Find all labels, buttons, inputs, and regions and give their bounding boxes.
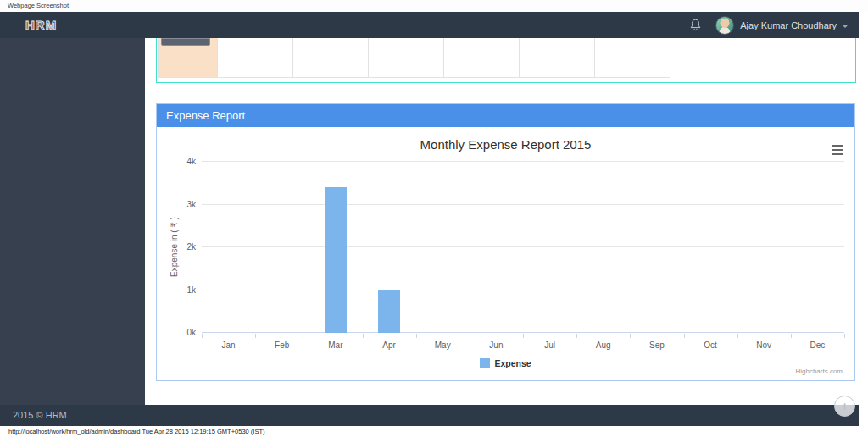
chart-context-menu-icon[interactable] bbox=[832, 145, 843, 158]
user-avatar[interactable] bbox=[715, 16, 734, 35]
calendar-widget-partial bbox=[156, 38, 856, 83]
x-axis-category-label: Nov bbox=[737, 340, 791, 350]
x-axis-category-label: Dec bbox=[791, 340, 844, 350]
navbar: HRM Ajay Kumar Choudhary bbox=[0, 12, 859, 38]
x-axis-tick bbox=[416, 334, 417, 338]
chart-legend[interactable]: Expense bbox=[157, 358, 854, 368]
user-name[interactable]: Ajay Kumar Choudhary bbox=[740, 20, 837, 30]
x-axis-tick bbox=[523, 334, 524, 338]
x-axis-tick bbox=[844, 334, 845, 338]
screen: Webpage Screenshot HRM Ajay Kumar Choudh… bbox=[0, 0, 868, 437]
chart-panel-body: Monthly Expense Report 20150k1k2k3k4kJan… bbox=[157, 127, 854, 380]
x-axis-category-label: Sep bbox=[630, 340, 683, 350]
chart-bar-apr[interactable] bbox=[378, 290, 400, 334]
chevron-down-icon[interactable] bbox=[842, 25, 849, 28]
x-axis-category-label: Jul bbox=[523, 340, 576, 350]
y-axis-tick-label: 4k bbox=[168, 157, 196, 166]
x-axis-tick bbox=[363, 334, 364, 338]
chart-title: Monthly Expense Report 2015 bbox=[157, 137, 854, 152]
brand-logo[interactable]: HRM bbox=[25, 18, 57, 32]
panel-title: Expense Report bbox=[157, 104, 854, 127]
x-axis-tick bbox=[255, 334, 256, 338]
browser-capture-bar: Webpage Screenshot bbox=[0, 0, 868, 12]
x-axis-tick bbox=[684, 334, 685, 338]
x-axis-tick bbox=[576, 334, 577, 338]
copyright-text: 2015 © HRM bbox=[13, 405, 67, 426]
expense-report-panel: Expense Report Monthly Expense Report 20… bbox=[156, 103, 855, 381]
legend-swatch bbox=[480, 358, 490, 368]
x-axis-tick bbox=[630, 334, 631, 338]
calendar-cell[interactable] bbox=[369, 38, 444, 78]
x-axis-tick bbox=[791, 334, 792, 338]
y-axis-tick-label: 0k bbox=[168, 328, 196, 337]
x-axis-tick bbox=[470, 334, 470, 338]
x-axis-line bbox=[202, 162, 844, 333]
x-axis-category-label: May bbox=[416, 340, 470, 350]
x-axis-category-label: Apr bbox=[363, 340, 416, 350]
x-axis-tick bbox=[309, 334, 309, 338]
scroll-to-top-button[interactable] bbox=[834, 396, 855, 417]
calendar-cell[interactable] bbox=[595, 38, 670, 78]
calendar-cells bbox=[158, 38, 670, 78]
calendar-cell[interactable] bbox=[218, 38, 293, 78]
capture-status-bar: http://localhost/work/hrm_old/admin/dash… bbox=[0, 426, 868, 437]
x-axis-category-label: Feb bbox=[255, 340, 309, 350]
navbar-right: Ajay Kumar Choudhary bbox=[690, 12, 849, 38]
x-axis-category-label: Jun bbox=[470, 340, 523, 350]
x-axis-tick bbox=[202, 334, 203, 338]
calendar-cell[interactable] bbox=[293, 38, 369, 78]
calendar-cell[interactable] bbox=[520, 38, 595, 78]
legend-label: Expense bbox=[494, 358, 531, 368]
calendar-event-chip[interactable] bbox=[161, 38, 210, 46]
chart-bar-mar[interactable] bbox=[325, 187, 347, 333]
x-axis-category-label: Oct bbox=[684, 340, 737, 350]
capture-label: Webpage Screenshot bbox=[8, 2, 69, 9]
calendar-cell[interactable] bbox=[444, 38, 520, 78]
x-axis-category-label: Mar bbox=[309, 340, 362, 350]
x-axis-category-label: Jan bbox=[202, 340, 255, 350]
capture-url-timestamp: http://localhost/work/hrm_old/admin/dash… bbox=[8, 428, 264, 435]
notifications-bell-icon[interactable] bbox=[690, 19, 701, 31]
x-axis-category-label: Aug bbox=[576, 340, 630, 350]
sidebar bbox=[0, 38, 145, 405]
calendar-cell[interactable] bbox=[158, 38, 218, 78]
expense-chart: Monthly Expense Report 20150k1k2k3k4kJan… bbox=[157, 127, 854, 380]
y-axis-title: Expense in ( ₹ ) bbox=[170, 175, 179, 319]
x-axis-tick bbox=[737, 334, 738, 338]
highcharts-credit-link[interactable]: Highcharts.com bbox=[795, 368, 843, 375]
footer: 2015 © HRM bbox=[0, 405, 859, 426]
